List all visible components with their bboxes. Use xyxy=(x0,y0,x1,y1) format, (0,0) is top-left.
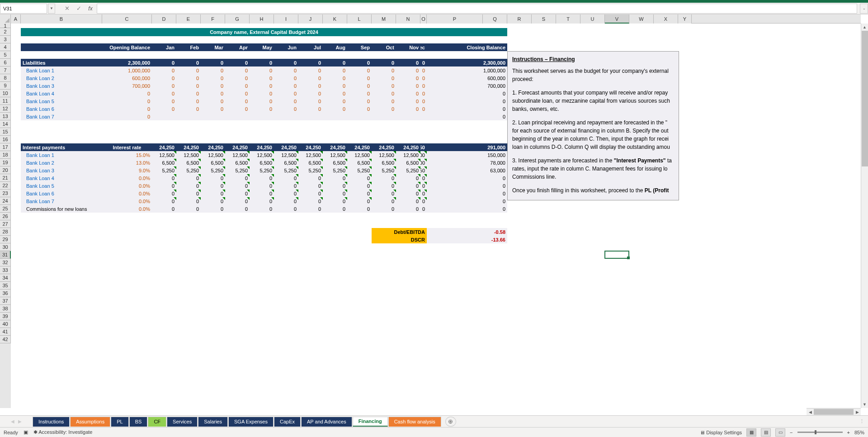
loan-closing-4[interactable]: 0 xyxy=(427,90,507,97)
interest-rate-hdr[interactable]: Interest rate xyxy=(102,143,152,151)
int-m6-6[interactable]: 0 xyxy=(298,190,323,197)
int-total-m9[interactable]: 24,250 xyxy=(372,143,396,151)
row-header-29[interactable]: 29 xyxy=(0,236,11,243)
loan-m5-5[interactable]: 0 xyxy=(274,97,298,105)
int-m5-10[interactable]: 0 xyxy=(396,182,420,190)
int-m2-2[interactable]: 6,500 xyxy=(201,159,225,166)
int-total-m8[interactable]: 24,250 xyxy=(347,143,372,151)
int-m6-3[interactable]: 0 xyxy=(225,190,250,197)
column-header-X[interactable]: X xyxy=(654,14,678,24)
hdr-opening-balance[interactable]: Opening Balance xyxy=(102,43,152,51)
int-m5-0[interactable]: 0 xyxy=(152,182,176,190)
int-rate-4[interactable]: 0.0% xyxy=(102,174,152,182)
column-header-U[interactable]: U xyxy=(580,14,605,24)
loan-m3-9[interactable]: 0 xyxy=(372,82,396,90)
sheet-tab-instructions[interactable]: Instructions xyxy=(33,417,70,427)
loan-m5-2[interactable]: 0 xyxy=(201,97,225,105)
vertical-scrollbar[interactable]: ▲ ▼ xyxy=(861,24,868,408)
int-m5-4[interactable]: 0 xyxy=(250,182,274,190)
column-header-A[interactable]: A xyxy=(11,14,21,24)
loan-m3-7[interactable]: 0 xyxy=(323,82,347,90)
loan-m7-10[interactable] xyxy=(396,113,420,120)
loan-m6-11[interactable]: 0 xyxy=(420,105,427,113)
int-total-m1[interactable]: 24,250 xyxy=(176,143,201,151)
loan-m3-3[interactable]: 0 xyxy=(225,82,250,90)
liabilities-label[interactable]: Liabilities xyxy=(21,59,102,66)
loan-closing-3[interactable]: 700,000 xyxy=(427,82,507,90)
zoom-in-button[interactable]: + xyxy=(847,430,850,435)
int-total-m11[interactable]: 24,250 xyxy=(420,143,427,151)
int-m2-6[interactable]: 6,500 xyxy=(298,159,323,166)
loan-m2-8[interactable]: 0 xyxy=(347,74,372,82)
loan-m4-2[interactable]: 0 xyxy=(201,90,225,97)
liab-m6[interactable]: 0 xyxy=(298,59,323,66)
int-m7-3[interactable]: 0 xyxy=(225,197,250,205)
int-total-m7[interactable]: 24,250 xyxy=(323,143,347,151)
int-m6-2[interactable]: 0 xyxy=(201,190,225,197)
int-rate-7[interactable]: 0.0% xyxy=(102,197,152,205)
int-m4-5[interactable]: 0 xyxy=(274,174,298,182)
row-header-11[interactable]: 11 xyxy=(0,97,11,105)
int-m1-10[interactable]: 12,500 xyxy=(396,151,420,159)
liab-opening[interactable]: 2,300,000 xyxy=(102,59,152,66)
loan-m5-3[interactable]: 0 xyxy=(225,97,250,105)
loan-m5-0[interactable]: 0 xyxy=(152,97,176,105)
row-header-35[interactable]: 35 xyxy=(0,282,11,290)
loan-opening-6[interactable]: 0 xyxy=(102,105,152,113)
loan-m2-9[interactable]: 0 xyxy=(372,74,396,82)
int-m8-5[interactable]: 0 xyxy=(274,205,298,213)
int-total-m5[interactable]: 24,250 xyxy=(274,143,298,151)
loan-m3-2[interactable]: 0 xyxy=(201,82,225,90)
int-m7-2[interactable]: 0 xyxy=(201,197,225,205)
row-header-2[interactable]: 2 xyxy=(0,28,11,36)
zoom-out-button[interactable]: − xyxy=(790,430,793,435)
row-header-24[interactable]: 24 xyxy=(0,197,11,205)
int-m7-7[interactable]: 0 xyxy=(323,197,347,205)
loan-m6-1[interactable]: 0 xyxy=(176,105,201,113)
loan-m2-3[interactable]: 0 xyxy=(225,74,250,82)
loan-closing-7[interactable]: 0 xyxy=(427,113,507,120)
int-m1-6[interactable]: 12,500 xyxy=(298,151,323,159)
int-m6-0[interactable]: 0 xyxy=(152,190,176,197)
loan-m4-9[interactable]: 0 xyxy=(372,90,396,97)
loan-name-5[interactable]: Bank Loan 5 xyxy=(21,97,102,105)
hdr-month-aug[interactable]: Aug xyxy=(323,43,347,51)
int-m4-3[interactable]: 0 xyxy=(225,174,250,182)
int-m2-5[interactable]: 6,500 xyxy=(274,159,298,166)
int-m3-10[interactable]: 5,250 xyxy=(396,166,420,174)
int-total-m4[interactable]: 24,250 xyxy=(250,143,274,151)
loan-m5-1[interactable]: 0 xyxy=(176,97,201,105)
int-m4-1[interactable]: 0 xyxy=(176,174,201,182)
loan-m6-2[interactable]: 0 xyxy=(201,105,225,113)
fx-icon[interactable]: fx xyxy=(85,5,96,12)
loan-m4-3[interactable]: 0 xyxy=(225,90,250,97)
loan-m7-6[interactable] xyxy=(298,113,323,120)
sheet-tab-cf[interactable]: CF xyxy=(148,417,166,427)
liab-m10[interactable]: 0 xyxy=(396,59,420,66)
loan-m1-0[interactable]: 0 xyxy=(152,66,176,74)
column-header-I[interactable]: I xyxy=(274,14,298,24)
loan-m3-6[interactable]: 0 xyxy=(298,82,323,90)
row-header-15[interactable]: 15 xyxy=(0,128,11,136)
row-header-38[interactable]: 38 xyxy=(0,305,11,313)
int-m2-4[interactable]: 6,500 xyxy=(250,159,274,166)
int-m7-5[interactable]: 0 xyxy=(274,197,298,205)
int-m5-9[interactable]: 0 xyxy=(372,182,396,190)
int-rate-2[interactable]: 13.0% xyxy=(102,159,152,166)
int-m3-9[interactable]: 5,250 xyxy=(372,166,396,174)
loan-opening-4[interactable]: 0 xyxy=(102,90,152,97)
int-m3-4[interactable]: 5,250 xyxy=(250,166,274,174)
loan-m3-5[interactable]: 0 xyxy=(274,82,298,90)
loan-m2-0[interactable]: 0 xyxy=(152,74,176,82)
view-normal-icon[interactable]: ▦ xyxy=(746,428,756,437)
loan-m3-11[interactable]: 0 xyxy=(420,82,427,90)
int-m7-10[interactable]: 0 xyxy=(396,197,420,205)
row-header-28[interactable]: 28 xyxy=(0,228,11,236)
int-closing-1[interactable]: 150,000 xyxy=(427,151,507,159)
int-m2-3[interactable]: 6,500 xyxy=(225,159,250,166)
loan-m2-1[interactable]: 0 xyxy=(176,74,201,82)
scroll-left-icon[interactable]: ◀ xyxy=(807,408,814,415)
row-header-34[interactable]: 34 xyxy=(0,274,11,282)
loan-m5-11[interactable]: 0 xyxy=(420,97,427,105)
worksheet-grid[interactable]: ABCDEFGHIJKLMNOPQRSTUVWXY 12345678910111… xyxy=(0,14,868,415)
